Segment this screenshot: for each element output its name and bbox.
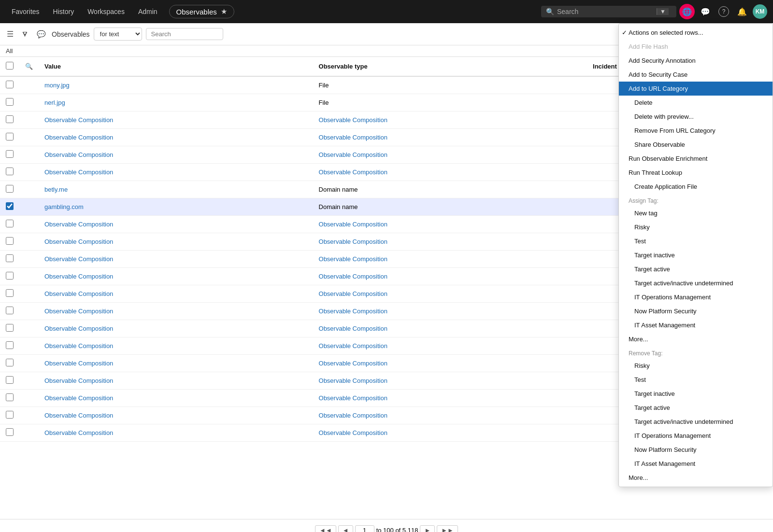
type-link[interactable]: Observable Composition <box>319 412 387 419</box>
value-link[interactable]: Observable Composition <box>44 360 113 367</box>
notifications-button[interactable]: 🔔 <box>734 4 750 19</box>
type-link[interactable]: Observable Composition <box>319 342 387 350</box>
row-checkbox-cell[interactable] <box>0 355 19 372</box>
row-checkbox-cell[interactable] <box>0 268 19 285</box>
chat-icon-button[interactable]: 💬 <box>698 4 713 19</box>
value-link[interactable]: nerl.jpg <box>44 99 65 106</box>
row-checkbox[interactable] <box>6 307 14 314</box>
value-link[interactable]: Observable Composition <box>44 412 113 419</box>
menu-item-more-[interactable]: More... <box>619 471 773 485</box>
row-value[interactable]: Observable Composition <box>39 372 313 390</box>
type-link[interactable]: Observable Composition <box>319 273 387 280</box>
row-type[interactable]: Observable Composition <box>313 112 587 129</box>
menu-item-target-active-inactive-undetermined[interactable]: Target active/inactive undetermined <box>619 415 773 429</box>
row-checkbox-cell[interactable] <box>0 337 19 355</box>
row-value[interactable]: Observable Composition <box>39 251 313 268</box>
menu-item-run-observable-enrichment[interactable]: Run Observable Enrichment <box>619 152 773 166</box>
row-checkbox[interactable] <box>6 81 14 88</box>
row-type[interactable]: Observable Composition <box>313 355 587 372</box>
row-checkbox-cell[interactable] <box>0 285 19 303</box>
hamburger-icon[interactable]: ☰ <box>5 28 15 41</box>
row-value[interactable]: Observable Composition <box>39 355 313 372</box>
row-type[interactable]: Observable Composition <box>313 146 587 164</box>
filter-select[interactable]: for text <box>94 28 142 41</box>
type-link[interactable]: Observable Composition <box>319 221 387 228</box>
menu-item-new-tag[interactable]: New tag <box>619 206 773 220</box>
value-link[interactable]: Observable Composition <box>44 342 113 350</box>
row-checkbox[interactable] <box>6 115 14 123</box>
type-link[interactable]: Observable Composition <box>319 116 387 124</box>
value-link[interactable]: Observable Composition <box>44 116 113 124</box>
row-type[interactable]: Observable Composition <box>313 129 587 146</box>
row-checkbox-cell[interactable] <box>0 372 19 390</box>
row-checkbox-cell[interactable] <box>0 198 19 216</box>
row-checkbox[interactable] <box>6 359 14 366</box>
type-link[interactable]: Observable Composition <box>319 151 387 158</box>
row-checkbox[interactable] <box>6 324 14 332</box>
global-search-input[interactable] <box>557 8 654 15</box>
row-value[interactable]: Observable Composition <box>39 268 313 285</box>
row-type[interactable]: Observable Composition <box>313 390 587 407</box>
menu-item-target-active[interactable]: Target active <box>619 401 773 415</box>
row-checkbox-cell[interactable] <box>0 164 19 181</box>
row-checkbox[interactable] <box>6 411 14 419</box>
value-link[interactable]: Observable Composition <box>44 290 113 297</box>
row-type[interactable]: Observable Composition <box>313 251 587 268</box>
row-value[interactable]: Observable Composition <box>39 146 313 164</box>
row-checkbox-cell[interactable] <box>0 112 19 129</box>
row-value[interactable]: nerl.jpg <box>39 94 313 112</box>
first-page-button[interactable]: ◄◄ <box>315 525 336 532</box>
page-number-input[interactable] <box>355 525 374 532</box>
nav-admin[interactable]: Admin <box>132 0 163 23</box>
row-checkbox[interactable] <box>6 289 14 297</box>
row-value[interactable]: mony.jpg <box>39 76 313 94</box>
menu-item-share-observable[interactable]: Share Observable <box>619 138 773 152</box>
type-link[interactable]: Observable Composition <box>319 394 387 402</box>
row-checkbox-cell[interactable] <box>0 233 19 251</box>
row-checkbox[interactable] <box>6 237 14 245</box>
help-icon-button[interactable]: ? <box>716 4 731 19</box>
search-dropdown-button[interactable]: ▼ <box>657 8 669 15</box>
row-value[interactable]: betly.me <box>39 181 313 198</box>
nav-workspaces[interactable]: Workspaces <box>82 0 130 23</box>
menu-item-test[interactable]: Test <box>619 234 773 248</box>
type-link[interactable]: Observable Composition <box>319 238 387 245</box>
row-type[interactable]: Observable Composition <box>313 216 587 233</box>
type-link[interactable]: Observable Composition <box>319 255 387 263</box>
comment-icon[interactable]: 💬 <box>35 28 48 41</box>
row-type[interactable]: Observable Composition <box>313 424 587 442</box>
row-checkbox[interactable] <box>6 254 14 262</box>
menu-item-more-[interactable]: More... <box>619 332 773 346</box>
row-value[interactable]: gambling.com <box>39 198 313 216</box>
row-checkbox-cell[interactable] <box>0 424 19 442</box>
row-value[interactable]: Observable Composition <box>39 164 313 181</box>
next-page-button[interactable]: ► <box>420 525 435 532</box>
value-link[interactable]: betly.me <box>44 186 68 193</box>
value-link[interactable]: Observable Composition <box>44 151 113 158</box>
row-value[interactable]: Observable Composition <box>39 112 313 129</box>
row-value[interactable]: Observable Composition <box>39 390 313 407</box>
row-value[interactable]: Observable Composition <box>39 407 313 424</box>
value-link[interactable]: Observable Composition <box>44 377 113 384</box>
row-type[interactable]: Observable Composition <box>313 233 587 251</box>
row-type[interactable]: Observable Composition <box>313 407 587 424</box>
menu-item-target-active[interactable]: Target active <box>619 262 773 276</box>
row-checkbox[interactable] <box>6 98 14 106</box>
row-type[interactable]: Observable Composition <box>313 268 587 285</box>
row-checkbox[interactable] <box>6 272 14 280</box>
row-checkbox[interactable] <box>6 185 14 193</box>
globe-icon-button[interactable]: 🌐 <box>679 4 695 19</box>
type-link[interactable]: File <box>319 82 329 89</box>
value-link[interactable]: Observable Composition <box>44 308 113 315</box>
menu-item-now-platform-security[interactable]: Now Platform Security <box>619 443 773 457</box>
menu-item-it-asset-management[interactable]: IT Asset Management <box>619 318 773 332</box>
value-link[interactable]: Observable Composition <box>44 273 113 280</box>
value-link[interactable]: Observable Composition <box>44 238 113 245</box>
row-checkbox-cell[interactable] <box>0 216 19 233</box>
value-link[interactable]: gambling.com <box>44 203 84 210</box>
row-type[interactable]: File <box>313 94 587 112</box>
nav-favorites[interactable]: Favorites <box>6 0 45 23</box>
type-link[interactable]: File <box>319 99 329 106</box>
row-checkbox-cell[interactable] <box>0 181 19 198</box>
row-type[interactable]: Observable Composition <box>313 372 587 390</box>
